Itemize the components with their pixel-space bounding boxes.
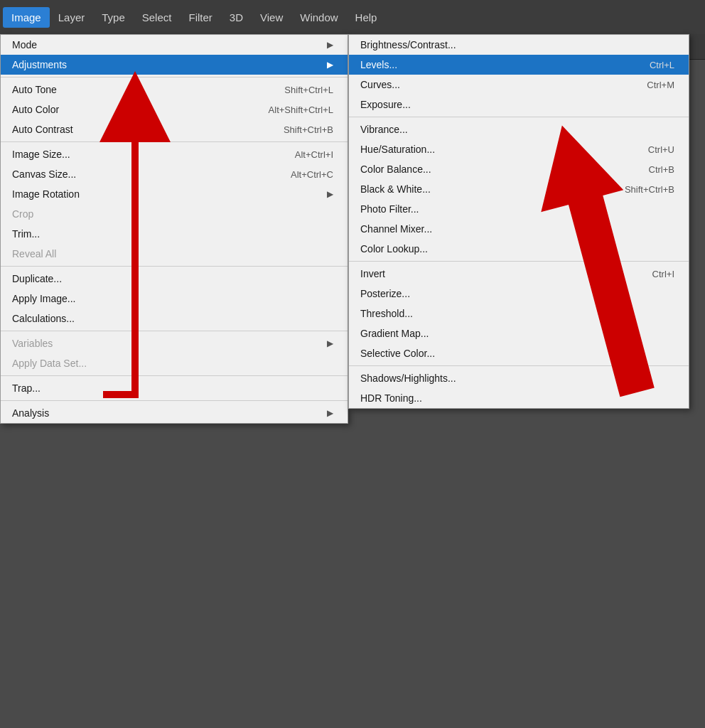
- adj-curves-label: Curves...: [360, 79, 400, 90]
- menu-item-analysis[interactable]: Analysis ▶: [1, 403, 348, 423]
- menu-item-auto-tone[interactable]: Auto Tone Shift+Ctrl+L: [1, 80, 348, 100]
- menu-item-auto-contrast-shortcut: Shift+Ctrl+B: [284, 124, 333, 135]
- menu-item-apply-image[interactable]: Apply Image...: [1, 289, 348, 309]
- adj-invert-label: Invert: [360, 268, 385, 279]
- menu-item-duplicate[interactable]: Duplicate...: [1, 269, 348, 289]
- menu-window[interactable]: Window: [291, 7, 346, 28]
- adj-black-white-shortcut: Shift+Ctrl+B: [625, 184, 674, 195]
- menu-item-canvas-size[interactable]: Canvas Size... Alt+Ctrl+C: [1, 164, 348, 184]
- menu-item-auto-tone-label: Auto Tone: [12, 84, 57, 95]
- adj-photo-filter[interactable]: Photo Filter...: [349, 199, 689, 219]
- adj-hdr-toning-label: HDR Toning...: [360, 392, 422, 404]
- svg-rect-5: [127, 49, 136, 50]
- adj-black-white[interactable]: Black & White... Shift+Ctrl+B: [349, 179, 689, 199]
- adj-curves-shortcut: Ctrl+M: [647, 80, 674, 90]
- menu-help[interactable]: Help: [347, 7, 386, 28]
- red-arrows-svg: [0, 0, 705, 728]
- menu-3d[interactable]: 3D: [221, 7, 252, 28]
- adj-shadows-highlights[interactable]: Shadows/Highlights...: [349, 368, 689, 388]
- svg-rect-8: [149, 49, 159, 50]
- menu-item-auto-color-shortcut: Alt+Shift+Ctrl+L: [269, 105, 333, 115]
- adj-hdr-toning[interactable]: HDR Toning...: [349, 388, 689, 408]
- menu-item-apply-data-set[interactable]: Apply Data Set...: [1, 353, 348, 373]
- menu-item-image-size[interactable]: Image Size... Alt+Ctrl+I: [1, 144, 348, 164]
- toolbar-align-right[interactable]: [145, 39, 163, 55]
- left-arrow-up: [99, 71, 171, 398]
- adj-invert[interactable]: Invert Ctrl+I: [349, 264, 689, 284]
- svg-rect-7: [152, 46, 159, 48]
- menu-view[interactable]: View: [252, 7, 291, 28]
- menu-type[interactable]: Type: [93, 7, 134, 28]
- menu-item-adjustments-label: Adjustments: [12, 59, 67, 70]
- menu-item-canvas-size-label: Canvas Size...: [12, 168, 76, 180]
- svg-rect-3: [127, 43, 136, 45]
- adj-selective-color-label: Selective Color...: [360, 348, 435, 359]
- menu-item-image-size-shortcut: Alt+Ctrl+I: [295, 149, 333, 160]
- transform-controls-label: Transform Controls: [6, 41, 85, 52]
- menu-item-analysis-arrow: ▶: [327, 408, 333, 418]
- toolbar-separator: [92, 40, 92, 54]
- adj-color-lookup[interactable]: Color Lookup...: [349, 239, 689, 259]
- menubar: Image Layer Type Select Filter 3D View W…: [0, 0, 705, 34]
- adj-channel-mixer[interactable]: Channel Mixer...: [349, 219, 689, 239]
- adj-vibrance-label: Vibrance...: [360, 124, 408, 135]
- menu-item-auto-contrast[interactable]: Auto Contrast Shift+Ctrl+B: [1, 119, 348, 139]
- adj-gradient-map[interactable]: Gradient Map...: [349, 323, 689, 343]
- adj-selective-color[interactable]: Selective Color...: [349, 343, 689, 363]
- adj-hue-saturation-shortcut: Ctrl+U: [648, 144, 674, 155]
- menu-item-variables-arrow: ▶: [327, 338, 333, 348]
- adj-threshold[interactable]: Threshold...: [349, 304, 689, 323]
- adj-posterize[interactable]: Posterize...: [349, 284, 689, 304]
- menu-filter[interactable]: Filter: [180, 7, 220, 28]
- adj-hue-saturation[interactable]: Hue/Saturation... Ctrl+U: [349, 139, 689, 159]
- menu-item-adjustments-arrow: ▶: [327, 60, 333, 70]
- menu-item-canvas-size-shortcut: Alt+Ctrl+C: [291, 169, 333, 180]
- adj-color-lookup-label: Color Lookup...: [360, 243, 428, 255]
- adj-gradient-map-label: Gradient Map...: [360, 328, 429, 339]
- adj-vibrance[interactable]: Vibrance...: [349, 119, 689, 139]
- menu-item-image-rotation[interactable]: Image Rotation ▶: [1, 184, 348, 204]
- svg-rect-1: [104, 46, 111, 48]
- adj-color-balance-label: Color Balance...: [360, 164, 431, 175]
- menu-image[interactable]: Image: [3, 7, 50, 28]
- menu-item-reveal-all[interactable]: Reveal All: [1, 244, 348, 264]
- menu-item-auto-color[interactable]: Auto Color Alt+Shift+Ctrl+L: [1, 100, 348, 119]
- adj-shadows-highlights-label: Shadows/Highlights...: [360, 373, 456, 384]
- menu-item-variables[interactable]: Variables ▶: [1, 333, 348, 353]
- adj-black-white-label: Black & White...: [360, 183, 431, 195]
- adj-color-balance[interactable]: Color Balance... Ctrl+B: [349, 159, 689, 179]
- svg-rect-11: [176, 45, 178, 49]
- toolbar-align-center[interactable]: [122, 39, 141, 55]
- menu-item-image-rotation-label: Image Rotation: [12, 188, 80, 200]
- menu-item-image-size-label: Image Size...: [12, 149, 70, 160]
- adj-posterize-label: Posterize...: [360, 288, 410, 299]
- menu-select[interactable]: Select: [134, 7, 181, 28]
- toolbar-align-left[interactable]: [99, 39, 118, 55]
- menu-item-analysis-label: Analysis: [12, 407, 49, 419]
- menu-layer[interactable]: Layer: [50, 7, 94, 28]
- adj-exposure[interactable]: Exposure...: [349, 95, 689, 114]
- menu-item-trim[interactable]: Trim...: [1, 224, 348, 244]
- menu-item-apply-image-label: Apply Image...: [12, 293, 76, 304]
- adj-photo-filter-label: Photo Filter...: [360, 203, 419, 215]
- menu-item-auto-contrast-label: Auto Contrast: [12, 124, 73, 135]
- toolbar-distribute[interactable]: [168, 39, 186, 55]
- adj-hue-saturation-label: Hue/Saturation...: [360, 144, 435, 155]
- adj-levels-shortcut: Ctrl+L: [650, 60, 674, 70]
- adj-curves[interactable]: Curves... Ctrl+M: [349, 75, 689, 95]
- menu-item-trap[interactable]: Trap...: [1, 378, 348, 398]
- svg-marker-12: [99, 71, 171, 398]
- menu-item-duplicate-label: Duplicate...: [12, 273, 62, 284]
- adj-color-balance-shortcut: Ctrl+B: [649, 164, 674, 175]
- svg-rect-9: [172, 43, 173, 51]
- menu-item-crop[interactable]: Crop: [1, 204, 348, 224]
- arrows-overlay: [0, 0, 705, 728]
- menu-item-trim-label: Trim...: [12, 228, 40, 240]
- adj-levels-label: Levels...: [360, 59, 397, 70]
- right-arrow-up: [521, 114, 675, 405]
- image-dropdown-menu: Mode ▶ Adjustments ▶ Auto Tone Shift+Ctr…: [0, 34, 348, 424]
- menu-item-variables-label: Variables: [12, 338, 53, 349]
- svg-rect-2: [104, 49, 114, 50]
- menu-item-calculations-label: Calculations...: [12, 313, 75, 324]
- menu-item-calculations[interactable]: Calculations...: [1, 309, 348, 328]
